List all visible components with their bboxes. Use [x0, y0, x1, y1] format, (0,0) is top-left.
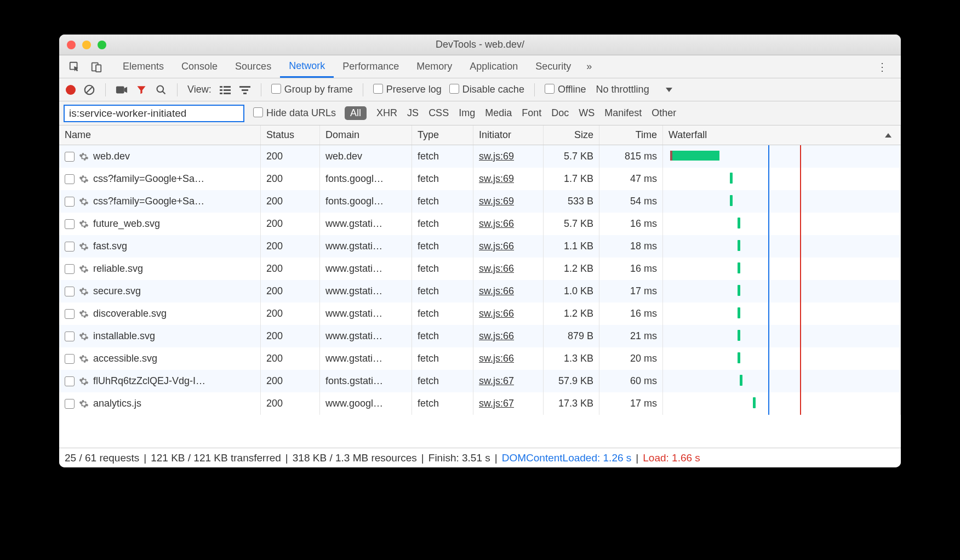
request-name: discoverable.svg: [93, 308, 167, 319]
cell-waterfall: [663, 302, 901, 325]
close-button[interactable]: [67, 41, 76, 49]
tab-elements[interactable]: Elements: [114, 56, 173, 78]
column-waterfall[interactable]: Waterfall: [663, 125, 901, 145]
table-row[interactable]: css?family=Google+Sa…200fonts.googl…fetc…: [59, 168, 901, 190]
row-checkbox[interactable]: [65, 376, 75, 386]
table-row[interactable]: flUhRq6tzZclQEJ-Vdg-I…200fonts.gstati…fe…: [59, 370, 901, 392]
filter-type-other[interactable]: Other: [652, 107, 676, 119]
filter-type-img[interactable]: Img: [459, 107, 475, 119]
column-initiator[interactable]: Initiator: [473, 125, 544, 145]
row-checkbox[interactable]: [65, 332, 75, 341]
large-rows-icon[interactable]: [219, 84, 231, 96]
filter-type-media[interactable]: Media: [485, 107, 512, 119]
table-row[interactable]: discoverable.svg200www.gstati…fetchsw.js…: [59, 302, 901, 325]
row-checkbox[interactable]: [65, 174, 75, 184]
filter-type-xhr[interactable]: XHR: [376, 107, 397, 119]
table-row[interactable]: css?family=Google+Sa…200fonts.googl…fetc…: [59, 190, 901, 213]
titlebar: DevTools - web.dev/: [59, 35, 901, 55]
initiator-link[interactable]: sw.js:66: [479, 285, 514, 297]
tab-console[interactable]: Console: [173, 56, 226, 78]
inspect-icon[interactable]: [68, 60, 81, 73]
disable-cache-checkbox[interactable]: Disable cache: [449, 84, 524, 95]
row-checkbox[interactable]: [65, 219, 75, 229]
column-size[interactable]: Size: [544, 125, 599, 145]
row-checkbox[interactable]: [65, 309, 75, 319]
more-tabs-button[interactable]: »: [580, 61, 598, 72]
tab-performance[interactable]: Performance: [334, 56, 408, 78]
offline-checkbox[interactable]: Offline: [545, 84, 586, 95]
cell-status: 200: [261, 258, 320, 280]
column-time[interactable]: Time: [599, 125, 663, 145]
column-domain[interactable]: Domain: [320, 125, 412, 145]
cell-type: fetch: [412, 347, 473, 370]
initiator-link[interactable]: sw.js:66: [479, 330, 514, 342]
svg-rect-2: [96, 65, 101, 72]
column-status[interactable]: Status: [261, 125, 320, 145]
initiator-link[interactable]: sw.js:67: [479, 398, 514, 409]
initiator-link[interactable]: sw.js:66: [479, 263, 514, 275]
filter-type-ws[interactable]: WS: [579, 107, 595, 119]
table-row[interactable]: fast.svg200www.gstati…fetchsw.js:661.1 K…: [59, 235, 901, 258]
column-type[interactable]: Type: [412, 125, 473, 145]
filter-type-css[interactable]: CSS: [428, 107, 449, 119]
table-row[interactable]: web.dev200web.devfetchsw.js:695.7 KB815 …: [59, 145, 901, 168]
filter-type-font[interactable]: Font: [522, 107, 541, 119]
initiator-link[interactable]: sw.js:69: [479, 173, 514, 185]
hide-data-urls-checkbox[interactable]: Hide data URLs: [253, 107, 336, 119]
table-row[interactable]: secure.svg200www.gstati…fetchsw.js:661.0…: [59, 280, 901, 302]
kebab-menu[interactable]: ⋮: [868, 60, 896, 73]
panel-tabs: ElementsConsoleSourcesNetworkPerformance…: [59, 55, 901, 78]
initiator-link[interactable]: sw.js:67: [479, 375, 514, 387]
cell-waterfall: [663, 213, 901, 235]
maximize-button[interactable]: [98, 41, 106, 49]
clear-icon[interactable]: [83, 84, 95, 96]
throttling-select[interactable]: No throttling: [596, 84, 672, 95]
gear-icon: [79, 309, 89, 319]
device-toggle-icon[interactable]: [90, 60, 103, 73]
camera-icon[interactable]: [116, 84, 128, 96]
initiator-link[interactable]: sw.js:66: [479, 308, 514, 319]
cell-time: 17 ms: [599, 392, 663, 415]
cell-domain: www.gstati…: [320, 347, 412, 370]
cell-domain: www.gstati…: [320, 302, 412, 325]
initiator-link[interactable]: sw.js:66: [479, 241, 514, 252]
tab-application[interactable]: Application: [461, 56, 527, 78]
group-by-frame-checkbox[interactable]: Group by frame: [271, 84, 353, 95]
preserve-log-checkbox[interactable]: Preserve log: [373, 84, 442, 95]
table-row[interactable]: installable.svg200www.gstati…fetchsw.js:…: [59, 325, 901, 347]
table-row[interactable]: accessible.svg200www.gstati…fetchsw.js:6…: [59, 347, 901, 370]
filter-input[interactable]: [64, 105, 244, 122]
table-row[interactable]: reliable.svg200www.gstati…fetchsw.js:661…: [59, 258, 901, 280]
request-name: reliable.svg: [93, 263, 143, 275]
filter-type-manifest[interactable]: Manifest: [604, 107, 642, 119]
row-checkbox[interactable]: [65, 354, 75, 364]
overview-icon[interactable]: [239, 84, 251, 96]
minimize-button[interactable]: [82, 41, 91, 49]
row-checkbox[interactable]: [65, 287, 75, 296]
filter-type-all[interactable]: All: [345, 106, 367, 120]
tab-security[interactable]: Security: [527, 56, 580, 78]
row-checkbox[interactable]: [65, 242, 75, 252]
cell-size: 1.3 KB: [544, 347, 599, 370]
row-checkbox[interactable]: [65, 264, 75, 274]
initiator-link[interactable]: sw.js:66: [479, 353, 514, 364]
filter-type-js[interactable]: JS: [407, 107, 419, 119]
tab-memory[interactable]: Memory: [408, 56, 461, 78]
column-name[interactable]: Name: [59, 125, 261, 145]
initiator-link[interactable]: sw.js:69: [479, 151, 514, 162]
row-checkbox[interactable]: [65, 152, 75, 162]
cell-waterfall: [663, 190, 901, 213]
row-checkbox[interactable]: [65, 197, 75, 207]
record-button[interactable]: [66, 85, 76, 95]
tab-sources[interactable]: Sources: [226, 56, 280, 78]
tab-network[interactable]: Network: [280, 56, 334, 78]
filter-icon[interactable]: [135, 84, 147, 96]
search-icon[interactable]: [155, 84, 167, 96]
initiator-link[interactable]: sw.js:66: [479, 218, 514, 230]
filter-type-doc[interactable]: Doc: [551, 107, 569, 119]
table-row[interactable]: future_web.svg200www.gstati…fetchsw.js:6…: [59, 213, 901, 235]
view-label: View:: [187, 84, 212, 95]
initiator-link[interactable]: sw.js:69: [479, 196, 514, 207]
table-row[interactable]: analytics.js200www.googl…fetchsw.js:6717…: [59, 392, 901, 415]
row-checkbox[interactable]: [65, 399, 75, 409]
